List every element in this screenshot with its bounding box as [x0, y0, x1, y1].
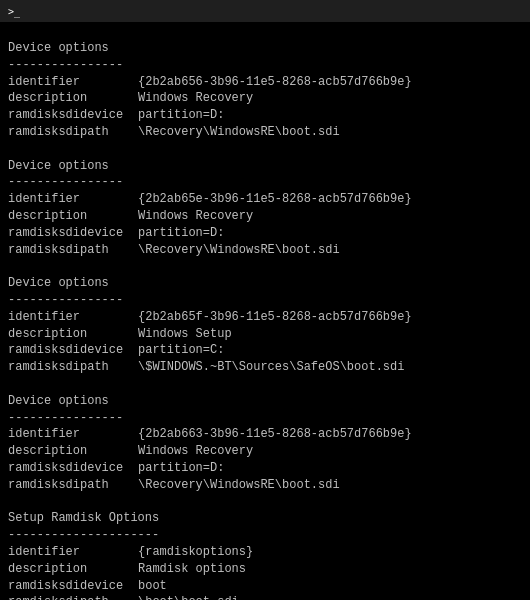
row-value: partition=C:	[138, 343, 224, 357]
terminal-row: description Windows Recovery	[8, 208, 522, 225]
row-value: {2b2ab65f-3b96-11e5-8268-acb57d766b9e}	[138, 310, 412, 324]
row-key: ramdisksdipath	[8, 124, 138, 141]
row-value: {2b2ab663-3b96-11e5-8268-acb57d766b9e}	[138, 427, 412, 441]
divider: ----------------	[8, 410, 522, 427]
row-value: \$WINDOWS.~BT\Sources\SafeOS\boot.sdi	[138, 360, 404, 374]
section-header: Setup Ramdisk Options	[8, 510, 522, 527]
blank-line	[8, 494, 522, 511]
minimize-button[interactable]	[384, 0, 430, 22]
row-key: identifier	[8, 191, 138, 208]
row-key: identifier	[8, 426, 138, 443]
terminal-row: identifier {ramdiskoptions}	[8, 544, 522, 561]
row-key: ramdisksdidevice	[8, 578, 138, 595]
terminal-row: description Windows Setup	[8, 326, 522, 343]
terminal-row: ramdisksdidevice partition=C:	[8, 342, 522, 359]
row-key: description	[8, 208, 138, 225]
terminal-row: description Windows Recovery	[8, 90, 522, 107]
terminal-row: ramdisksdipath \Recovery\WindowsRE\boot.…	[8, 124, 522, 141]
row-key: ramdisksdidevice	[8, 460, 138, 477]
maximize-button[interactable]	[431, 0, 477, 22]
row-value: Windows Recovery	[138, 91, 253, 105]
row-key: ramdisksdipath	[8, 477, 138, 494]
terminal-row: ramdisksdidevice boot	[8, 578, 522, 595]
row-value: {2b2ab65e-3b96-11e5-8268-acb57d766b9e}	[138, 192, 412, 206]
row-value: \boot\boot.sdi	[138, 595, 239, 600]
row-value: {2b2ab656-3b96-11e5-8268-acb57d766b9e}	[138, 75, 412, 89]
terminal-row: ramdisksdidevice partition=D:	[8, 225, 522, 242]
row-value: partition=D:	[138, 461, 224, 475]
terminal-row: ramdisksdidevice partition=D:	[8, 107, 522, 124]
row-value: \Recovery\WindowsRE\boot.sdi	[138, 125, 340, 139]
row-value: partition=D:	[138, 226, 224, 240]
row-key: identifier	[8, 309, 138, 326]
divider: ---------------------	[8, 527, 522, 544]
row-value: Windows Setup	[138, 327, 232, 341]
terminal-row: ramdisksdipath \Recovery\WindowsRE\boot.…	[8, 242, 522, 259]
terminal-row: identifier {2b2ab663-3b96-11e5-8268-acb5…	[8, 426, 522, 443]
row-key: description	[8, 326, 138, 343]
row-key: ramdisksdipath	[8, 594, 138, 600]
terminal-row: identifier {2b2ab65f-3b96-11e5-8268-acb5…	[8, 309, 522, 326]
blank-line	[8, 141, 522, 158]
terminal-row: ramdisksdidevice partition=D:	[8, 460, 522, 477]
row-value: Windows Recovery	[138, 209, 253, 223]
row-key: description	[8, 443, 138, 460]
row-key: ramdisksdidevice	[8, 342, 138, 359]
row-value: partition=D:	[138, 108, 224, 122]
terminal-row: description Windows Recovery	[8, 443, 522, 460]
window-controls	[384, 0, 524, 22]
row-key: description	[8, 561, 138, 578]
title-bar: >_	[0, 0, 530, 22]
svg-text:>_: >_	[8, 6, 20, 18]
row-key: identifier	[8, 74, 138, 91]
terminal-row: identifier {2b2ab656-3b96-11e5-8268-acb5…	[8, 74, 522, 91]
row-value: \Recovery\WindowsRE\boot.sdi	[138, 478, 340, 492]
terminal-row: ramdisksdipath \$WINDOWS.~BT\Sources\Saf…	[8, 359, 522, 376]
terminal-row: ramdisksdipath \boot\boot.sdi	[8, 594, 522, 600]
row-key: identifier	[8, 544, 138, 561]
blank-line	[8, 258, 522, 275]
divider: ----------------	[8, 174, 522, 191]
section-header: Device options	[8, 40, 522, 57]
row-key: ramdisksdipath	[8, 359, 138, 376]
app-icon: >_	[6, 4, 20, 18]
row-value: \Recovery\WindowsRE\boot.sdi	[138, 243, 340, 257]
section-header: Device options	[8, 158, 522, 175]
row-value: Windows Recovery	[138, 444, 253, 458]
divider: ----------------	[8, 292, 522, 309]
section-header: Device options	[8, 393, 522, 410]
close-button[interactable]	[478, 0, 524, 22]
blank-line	[8, 376, 522, 393]
section-header: Device options	[8, 275, 522, 292]
divider: ----------------	[8, 57, 522, 74]
row-key: ramdisksdidevice	[8, 107, 138, 124]
resize-bar[interactable]	[0, 22, 530, 36]
row-value: boot	[138, 579, 167, 593]
row-value: {ramdiskoptions}	[138, 545, 253, 559]
row-key: ramdisksdidevice	[8, 225, 138, 242]
terminal-output: Device options----------------identifier…	[0, 36, 530, 600]
terminal-row: identifier {2b2ab65e-3b96-11e5-8268-acb5…	[8, 191, 522, 208]
terminal-row: description Ramdisk options	[8, 561, 522, 578]
terminal-row: ramdisksdipath \Recovery\WindowsRE\boot.…	[8, 477, 522, 494]
row-key: ramdisksdipath	[8, 242, 138, 259]
row-key: description	[8, 90, 138, 107]
row-value: Ramdisk options	[138, 562, 246, 576]
